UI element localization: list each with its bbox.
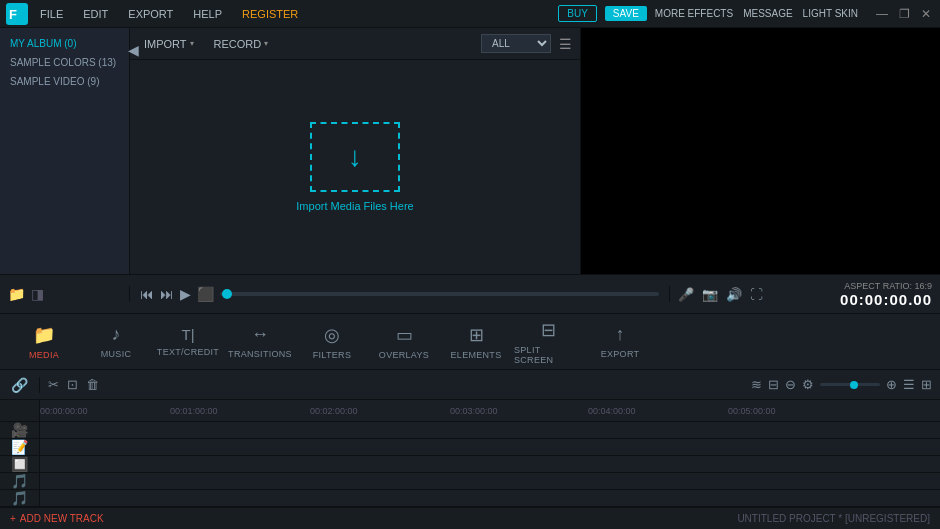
transitions-tab-icon: ↔ (251, 324, 269, 345)
export-tab-icon: ↑ (616, 324, 625, 345)
light-skin-link[interactable]: LIGHT SKIN (803, 8, 858, 19)
menu-register[interactable]: REGISTER (238, 6, 302, 22)
menu-help[interactable]: HELP (189, 6, 226, 22)
mic-icon[interactable]: 🎤 (678, 287, 694, 302)
album-item[interactable]: MY ALBUM (0) (0, 34, 129, 53)
overlays-tab-label: OVERLAYS (379, 350, 429, 360)
window-controls: — ❐ ✕ (874, 7, 934, 21)
zoom-out-icon[interactable]: ⊖ (785, 377, 796, 392)
add-track-label: ADD NEW TRACK (20, 513, 104, 524)
import-button[interactable]: IMPORT ▾ (138, 36, 200, 52)
track-row-text (40, 439, 940, 456)
skip-back-button[interactable]: ⏮ (140, 286, 154, 302)
import-down-arrow-icon: ↓ (348, 141, 362, 173)
add-track-plus-icon: + (10, 513, 16, 524)
save-button[interactable]: SAVE (605, 6, 647, 21)
timecode-display: 00:00:00.00 (840, 291, 932, 308)
import-drop-zone[interactable]: ↓ (310, 122, 400, 192)
tab-text-credit[interactable]: T| TEXT/CREDIT (154, 318, 222, 366)
close-button[interactable]: ✕ (918, 7, 934, 21)
timeline-scrubber[interactable] (220, 292, 659, 296)
message-link[interactable]: MESSAGE (743, 8, 792, 19)
play-button[interactable]: ▶ (180, 286, 191, 302)
list-layout-icon[interactable]: ☰ (903, 377, 915, 392)
fullscreen-icon[interactable]: ⛶ (750, 287, 763, 302)
snap-icon[interactable]: 🔗 (11, 377, 28, 393)
skip-prev-button[interactable]: ⏭ (160, 286, 174, 302)
ruler-tick-2: 00:02:00:00 (310, 406, 358, 416)
collapse-panel-button[interactable]: ◀ (128, 42, 139, 58)
tab-media[interactable]: 📁 MEDIA (10, 318, 78, 366)
export-tab-label: EXPORT (601, 349, 640, 359)
filters-tab-label: FILTERS (313, 350, 351, 360)
media-area: IMPORT ▾ RECORD ▾ ALL ☰ ↓ Import Media F… (130, 28, 580, 274)
zoom-in-icon[interactable]: ⊕ (886, 377, 897, 392)
remove-icon[interactable]: ◨ (31, 286, 44, 302)
scrubber-handle (222, 289, 232, 299)
media-toolbar: IMPORT ▾ RECORD ▾ ALL ☰ (130, 28, 580, 60)
tab-split-screen[interactable]: ⊟ SPLIT SCREEN (514, 318, 582, 366)
import-label: IMPORT (144, 38, 187, 50)
tab-elements[interactable]: ⊞ ELEMENTS (442, 318, 510, 366)
maximize-button[interactable]: ❐ (896, 7, 912, 21)
grid-layout-icon[interactable]: ⊞ (921, 377, 932, 392)
buy-button[interactable]: BUY (558, 5, 597, 22)
playback-controls: ⏮ ⏭ ▶ ⬛ (130, 286, 670, 302)
camera-icon[interactable]: 📷 (702, 287, 718, 302)
svg-text:F: F (9, 7, 17, 22)
filter-select[interactable]: ALL (481, 34, 551, 53)
aspect-ratio-label: ASPECT RATIO: 16:9 00:00:00.00 (840, 281, 932, 308)
top-right-links: MORE EFFECTS MESSAGE LIGHT SKIN (655, 8, 858, 19)
track-label-text: 📝 (0, 439, 39, 456)
top-bar: F FILE EDIT EXPORT HELP REGISTER BUY SAV… (0, 0, 940, 28)
menu-edit[interactable]: EDIT (79, 6, 112, 22)
speaker-icon[interactable]: 🔊 (726, 287, 742, 302)
list-view-icon[interactable]: ☰ (559, 36, 572, 52)
zoom-slider[interactable] (820, 383, 880, 386)
more-effects-link[interactable]: MORE EFFECTS (655, 8, 733, 19)
transitions-tab-label: TRANSITIONS (228, 349, 292, 359)
record-button[interactable]: RECORD ▾ (208, 36, 275, 52)
tab-export[interactable]: ↑ EXPORT (586, 318, 654, 366)
trim-icon[interactable]: ⊟ (768, 377, 779, 392)
status-bar: + ADD NEW TRACK UNTITLED PROJECT * [UNRE… (0, 507, 940, 529)
add-folder-icon[interactable]: 📁 (8, 286, 25, 302)
tabs-row: 📁 MEDIA ♪ MUSIC T| TEXT/CREDIT ↔ TRANSIT… (0, 314, 940, 370)
tab-overlays[interactable]: ▭ OVERLAYS (370, 318, 438, 366)
track-content (40, 422, 940, 507)
waveform-icon[interactable]: ≋ (751, 377, 762, 392)
text-tab-icon: T| (181, 326, 194, 343)
track-row-music2 (40, 490, 940, 507)
tab-transitions[interactable]: ↔ TRANSITIONS (226, 318, 294, 366)
mini-buttons: 📁 ◨ (0, 286, 130, 302)
sample-video-item[interactable]: SAMPLE VIDEO (9) (0, 72, 129, 91)
ruler-left-spacer (0, 400, 40, 421)
music-tab-label: MUSIC (101, 349, 132, 359)
zoom-handle (850, 381, 858, 389)
import-text-label: Import Media Files Here (296, 200, 413, 212)
cut-tool-icon[interactable]: ✂ (48, 377, 59, 392)
timeline-tracks: 🎥 📝 🔲 🎵 🎵 (0, 422, 940, 507)
delete-tool-icon[interactable]: 🗑 (86, 377, 99, 392)
bottom-section: 📁 ◨ ⏮ ⏭ ▶ ⬛ 🎤 📷 🔊 ⛶ ASPECT RATIO: 16:9 0… (0, 274, 940, 507)
minimize-button[interactable]: — (874, 7, 890, 21)
elements-tab-label: ELEMENTS (451, 350, 502, 360)
music-tab-icon: ♪ (112, 324, 121, 345)
track-label-music2: 🎵 (0, 490, 39, 507)
stop-button[interactable]: ⬛ (197, 286, 214, 302)
ruler-tick-0: 00:00:00:00 (40, 406, 88, 416)
add-track-button[interactable]: + ADD NEW TRACK (10, 513, 104, 524)
bottom-media-row: 📁 ◨ ⏮ ⏭ ▶ ⬛ 🎤 📷 🔊 ⛶ ASPECT RATIO: 16:9 0… (0, 274, 940, 314)
menu-file[interactable]: FILE (36, 6, 67, 22)
tab-music[interactable]: ♪ MUSIC (82, 318, 150, 366)
sample-colors-item[interactable]: SAMPLE COLORS (13) (0, 53, 129, 72)
media-content: ↓ Import Media Files Here (130, 60, 580, 274)
copy-tool-icon[interactable]: ⊡ (67, 377, 78, 392)
timeline-ctrl-row: 🔗 ✂ ⊡ 🗑 ≋ ⊟ ⊖ ⚙ ⊕ ☰ ⊞ (0, 370, 940, 400)
track-row-video (40, 422, 940, 439)
menu-export[interactable]: EXPORT (124, 6, 177, 22)
zoom-settings-icon[interactable]: ⚙ (802, 377, 814, 392)
timeline-ruler: 00:00:00:00 00:01:00:00 00:02:00:00 00:0… (0, 400, 940, 422)
media-tab-label: MEDIA (29, 350, 59, 360)
tab-filters[interactable]: ◎ FILTERS (298, 318, 366, 366)
